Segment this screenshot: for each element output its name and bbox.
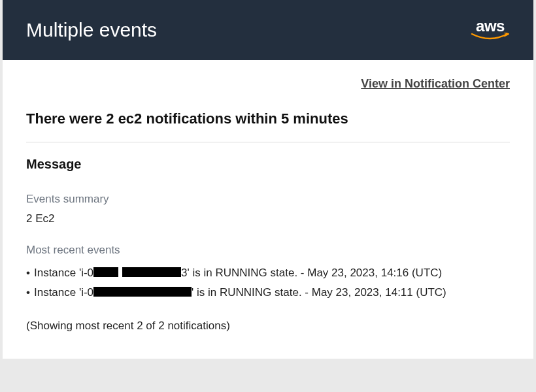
events-summary-value: 2 Ec2 <box>26 212 510 225</box>
bullet-icon: • <box>26 283 30 302</box>
event-text-prefix: Instance 'i-0 <box>34 263 93 283</box>
page-title: Multiple events <box>26 19 157 41</box>
view-notification-center-link[interactable]: View in Notification Center <box>361 77 510 90</box>
aws-smile-icon <box>471 33 510 42</box>
events-summary-label: Events summary <box>26 193 510 206</box>
divider <box>26 142 510 142</box>
message-section-heading: Message <box>26 157 510 172</box>
redacted-segment <box>93 287 192 297</box>
showing-count-text: (Showing most recent 2 of 2 notification… <box>26 319 510 333</box>
notification-heading: There were 2 ec2 notifications within 5 … <box>26 110 510 127</box>
content-area: View in Notification Center There were 2… <box>3 60 533 359</box>
event-text-prefix: Instance 'i-0 <box>34 283 93 302</box>
bullet-icon: • <box>26 263 30 283</box>
event-text-suffix: ' is in RUNNING state. - May 23, 2023, 1… <box>188 263 443 283</box>
redacted-segment <box>122 267 181 277</box>
event-text-mid: 3 <box>181 263 187 283</box>
most-recent-events-label: Most recent events <box>26 244 510 257</box>
event-row: • Instance 'i-0 ' is in RUNNING state. -… <box>26 283 510 302</box>
event-row: • Instance 'i-0 3 ' is in RUNNING state.… <box>26 263 510 283</box>
event-text-suffix: ' is in RUNNING state. - May 23, 2023, 1… <box>192 283 446 302</box>
header-bar: Multiple events aws <box>3 0 533 60</box>
events-list: • Instance 'i-0 3 ' is in RUNNING state.… <box>26 263 510 302</box>
aws-logo: aws <box>471 18 510 42</box>
redacted-segment <box>93 267 118 277</box>
aws-logo-text: aws <box>476 18 505 34</box>
view-link-row: View in Notification Center <box>26 77 510 91</box>
